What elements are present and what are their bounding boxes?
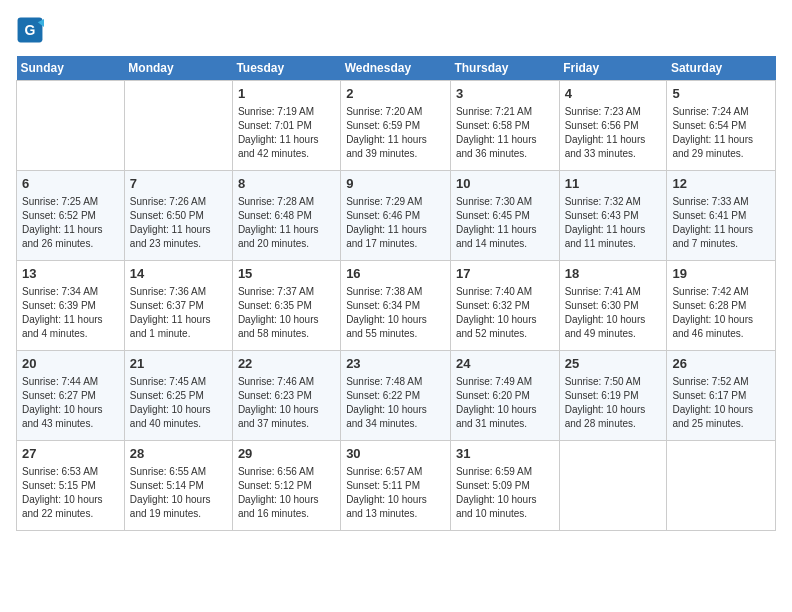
cell-info: Daylight: 11 hours <box>22 223 119 237</box>
day-number: 3 <box>456 85 554 103</box>
cell-info: Sunrise: 7:49 AM <box>456 375 554 389</box>
cell-info: Sunset: 6:59 PM <box>346 119 445 133</box>
day-number: 20 <box>22 355 119 373</box>
day-number: 31 <box>456 445 554 463</box>
cell-info: Sunset: 5:14 PM <box>130 479 227 493</box>
day-number: 24 <box>456 355 554 373</box>
page-header: G <box>16 16 776 44</box>
cell-info: and 46 minutes. <box>672 327 770 341</box>
day-number: 21 <box>130 355 227 373</box>
cell-info: Sunrise: 6:56 AM <box>238 465 335 479</box>
cell-info: Sunset: 6:35 PM <box>238 299 335 313</box>
cell-info: Daylight: 11 hours <box>238 223 335 237</box>
cell-info: and 26 minutes. <box>22 237 119 251</box>
cell-info: Daylight: 11 hours <box>130 313 227 327</box>
cell-info: Sunrise: 7:40 AM <box>456 285 554 299</box>
cell-info: Sunset: 6:34 PM <box>346 299 445 313</box>
cell-info: and 33 minutes. <box>565 147 662 161</box>
calendar-cell <box>17 81 125 171</box>
cell-info: and 37 minutes. <box>238 417 335 431</box>
cell-info: and 49 minutes. <box>565 327 662 341</box>
calendar-cell: 26Sunrise: 7:52 AMSunset: 6:17 PMDayligh… <box>667 351 776 441</box>
day-number: 16 <box>346 265 445 283</box>
cell-info: Sunrise: 7:33 AM <box>672 195 770 209</box>
cell-info: Daylight: 11 hours <box>346 133 445 147</box>
cell-info: Daylight: 10 hours <box>238 403 335 417</box>
calendar-cell: 8Sunrise: 7:28 AMSunset: 6:48 PMDaylight… <box>232 171 340 261</box>
cell-info: and 39 minutes. <box>346 147 445 161</box>
cell-info: Sunset: 6:58 PM <box>456 119 554 133</box>
day-number: 6 <box>22 175 119 193</box>
cell-info: Sunrise: 7:46 AM <box>238 375 335 389</box>
calendar-cell: 14Sunrise: 7:36 AMSunset: 6:37 PMDayligh… <box>124 261 232 351</box>
calendar-cell: 4Sunrise: 7:23 AMSunset: 6:56 PMDaylight… <box>559 81 667 171</box>
calendar-cell: 17Sunrise: 7:40 AMSunset: 6:32 PMDayligh… <box>450 261 559 351</box>
calendar-cell: 15Sunrise: 7:37 AMSunset: 6:35 PMDayligh… <box>232 261 340 351</box>
calendar-cell: 25Sunrise: 7:50 AMSunset: 6:19 PMDayligh… <box>559 351 667 441</box>
cell-info: Daylight: 11 hours <box>130 223 227 237</box>
cell-info: Sunset: 6:32 PM <box>456 299 554 313</box>
day-number: 2 <box>346 85 445 103</box>
cell-info: Sunrise: 7:34 AM <box>22 285 119 299</box>
cell-info: Daylight: 11 hours <box>672 223 770 237</box>
day-number: 7 <box>130 175 227 193</box>
cell-info: Daylight: 10 hours <box>346 493 445 507</box>
week-row-2: 6Sunrise: 7:25 AMSunset: 6:52 PMDaylight… <box>17 171 776 261</box>
cell-info: and 36 minutes. <box>456 147 554 161</box>
calendar-cell: 29Sunrise: 6:56 AMSunset: 5:12 PMDayligh… <box>232 441 340 531</box>
cell-info: Sunrise: 6:55 AM <box>130 465 227 479</box>
cell-info: Daylight: 10 hours <box>456 403 554 417</box>
cell-info: Daylight: 10 hours <box>238 493 335 507</box>
day-number: 22 <box>238 355 335 373</box>
logo: G <box>16 16 48 44</box>
calendar-cell: 3Sunrise: 7:21 AMSunset: 6:58 PMDaylight… <box>450 81 559 171</box>
day-number: 13 <box>22 265 119 283</box>
cell-info: and 1 minute. <box>130 327 227 341</box>
calendar-cell: 11Sunrise: 7:32 AMSunset: 6:43 PMDayligh… <box>559 171 667 261</box>
cell-info: Sunset: 6:25 PM <box>130 389 227 403</box>
cell-info: Sunrise: 7:44 AM <box>22 375 119 389</box>
cell-info: and 29 minutes. <box>672 147 770 161</box>
cell-info: Daylight: 10 hours <box>130 403 227 417</box>
day-number: 26 <box>672 355 770 373</box>
cell-info: Sunrise: 7:19 AM <box>238 105 335 119</box>
cell-info: Sunset: 6:45 PM <box>456 209 554 223</box>
day-number: 5 <box>672 85 770 103</box>
day-number: 28 <box>130 445 227 463</box>
calendar-cell: 10Sunrise: 7:30 AMSunset: 6:45 PMDayligh… <box>450 171 559 261</box>
cell-info: Sunset: 6:23 PM <box>238 389 335 403</box>
cell-info: and 14 minutes. <box>456 237 554 251</box>
calendar-cell: 27Sunrise: 6:53 AMSunset: 5:15 PMDayligh… <box>17 441 125 531</box>
cell-info: Sunrise: 7:52 AM <box>672 375 770 389</box>
cell-info: and 43 minutes. <box>22 417 119 431</box>
cell-info: Sunset: 6:28 PM <box>672 299 770 313</box>
cell-info: and 19 minutes. <box>130 507 227 521</box>
calendar-cell: 22Sunrise: 7:46 AMSunset: 6:23 PMDayligh… <box>232 351 340 441</box>
week-row-4: 20Sunrise: 7:44 AMSunset: 6:27 PMDayligh… <box>17 351 776 441</box>
cell-info: Daylight: 10 hours <box>346 313 445 327</box>
cell-info: Sunset: 6:54 PM <box>672 119 770 133</box>
cell-info: Sunset: 5:09 PM <box>456 479 554 493</box>
calendar-cell: 7Sunrise: 7:26 AMSunset: 6:50 PMDaylight… <box>124 171 232 261</box>
cell-info: Sunset: 6:27 PM <box>22 389 119 403</box>
cell-info: Daylight: 10 hours <box>238 313 335 327</box>
day-number: 15 <box>238 265 335 283</box>
day-number: 8 <box>238 175 335 193</box>
cell-info: Daylight: 11 hours <box>346 223 445 237</box>
day-number: 23 <box>346 355 445 373</box>
calendar-cell: 28Sunrise: 6:55 AMSunset: 5:14 PMDayligh… <box>124 441 232 531</box>
calendar-cell: 24Sunrise: 7:49 AMSunset: 6:20 PMDayligh… <box>450 351 559 441</box>
cell-info: and 42 minutes. <box>238 147 335 161</box>
cell-info: Daylight: 10 hours <box>346 403 445 417</box>
cell-info: Daylight: 11 hours <box>672 133 770 147</box>
cell-info: Sunrise: 7:36 AM <box>130 285 227 299</box>
calendar-cell <box>667 441 776 531</box>
calendar-cell: 13Sunrise: 7:34 AMSunset: 6:39 PMDayligh… <box>17 261 125 351</box>
cell-info: and 25 minutes. <box>672 417 770 431</box>
cell-info: Sunset: 6:30 PM <box>565 299 662 313</box>
calendar-cell: 6Sunrise: 7:25 AMSunset: 6:52 PMDaylight… <box>17 171 125 261</box>
cell-info: Sunset: 5:12 PM <box>238 479 335 493</box>
cell-info: and 23 minutes. <box>130 237 227 251</box>
cell-info: Daylight: 11 hours <box>238 133 335 147</box>
calendar-cell: 31Sunrise: 6:59 AMSunset: 5:09 PMDayligh… <box>450 441 559 531</box>
